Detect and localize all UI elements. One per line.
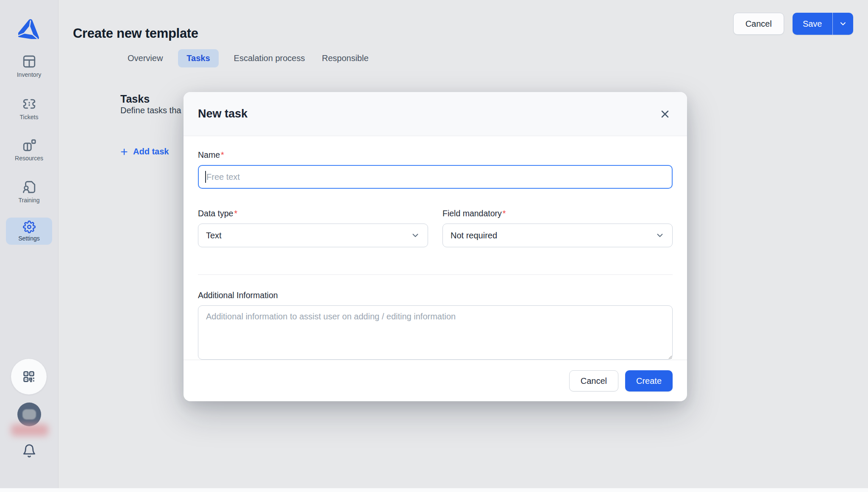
data-type-label: Data type — [198, 209, 233, 218]
template-tabs: Overview Tasks Escalation process Respon… — [126, 49, 370, 67]
sidebar-item-resources[interactable]: Resources — [0, 138, 58, 162]
sidebar-item-label: Resources — [15, 155, 43, 162]
chevron-down-icon — [839, 20, 847, 28]
header-actions: Cancel Save — [733, 13, 853, 35]
chevron-down-icon — [411, 231, 420, 240]
required-asterisk: * — [234, 209, 237, 218]
sidebar-item-inventory[interactable]: Inventory — [0, 54, 58, 78]
page-header: Create new template Cancel Save — [58, 0, 868, 47]
section-title: Tasks — [120, 93, 150, 105]
additional-information-label: Additional Information — [198, 291, 278, 300]
field-mandatory-field: Field mandatory* Not required — [442, 208, 673, 247]
cancel-button[interactable]: Cancel — [733, 13, 784, 35]
save-split-button: Save — [793, 13, 853, 35]
name-input-wrap — [198, 165, 673, 189]
window-bottom-edge — [0, 488, 868, 492]
field-mandatory-label: Field mandatory — [442, 209, 502, 218]
modal-close-button[interactable] — [657, 106, 673, 122]
required-asterisk: * — [221, 150, 224, 159]
sidebar-item-label: Settings — [18, 235, 40, 242]
name-input[interactable] — [198, 165, 673, 189]
modal-body: Name* Data type* Text Field mandatory* N… — [184, 136, 687, 360]
add-task-label: Add task — [133, 147, 169, 157]
grid-layout-icon — [22, 54, 36, 69]
person-document-icon — [22, 180, 36, 194]
sidebar-item-label: Inventory — [17, 71, 42, 78]
add-task-button[interactable]: Add task — [120, 147, 169, 157]
user-avatar[interactable] — [17, 403, 41, 426]
section-divider — [198, 274, 673, 275]
page-title: Create new template — [73, 26, 198, 41]
new-task-modal: New task Name* Data type* Text Field man… — [184, 92, 687, 401]
tab-overview[interactable]: Overview — [126, 49, 164, 67]
triangle-logo-icon — [18, 19, 40, 39]
sidebar-item-training[interactable]: Training — [0, 180, 58, 204]
notifications-button[interactable] — [0, 444, 58, 458]
ticket-icon — [22, 97, 36, 111]
text-caret — [205, 171, 206, 183]
required-asterisk: * — [503, 209, 506, 218]
bell-icon — [22, 444, 36, 458]
modal-footer: Cancel Create — [184, 360, 687, 402]
tab-responsible[interactable]: Responsible — [320, 49, 370, 67]
app-window: { "page": { "title": "Create new templat… — [0, 0, 868, 492]
gear-icon — [23, 221, 36, 233]
sidebar-item-tickets[interactable]: Tickets — [0, 97, 58, 120]
sidebar-item-label: Tickets — [20, 114, 39, 120]
close-icon — [659, 108, 671, 120]
sidebar-item-label: Training — [18, 197, 39, 204]
save-button[interactable]: Save — [793, 13, 832, 35]
data-type-value: Text — [206, 231, 222, 240]
plus-icon — [120, 147, 129, 157]
modal-create-button[interactable]: Create — [625, 370, 673, 391]
data-type-select[interactable]: Text — [198, 224, 428, 247]
redacted-user-name — [11, 424, 48, 436]
tab-escalation-process[interactable]: Escalation process — [232, 49, 307, 67]
additional-information-textarea[interactable] — [198, 305, 673, 360]
data-type-field: Data type* Text — [198, 208, 428, 247]
modal-cancel-button[interactable]: Cancel — [569, 370, 618, 391]
modal-header: New task — [184, 92, 687, 136]
blocks-icon — [22, 138, 36, 152]
save-dropdown-button[interactable] — [833, 13, 853, 35]
avatar-placeholder — [22, 409, 36, 419]
section-description: Define tasks tha — [120, 106, 181, 115]
tab-tasks[interactable]: Tasks — [178, 49, 218, 67]
app-logo[interactable] — [0, 19, 58, 39]
field-row: Data type* Text Field mandatory* Not req… — [198, 208, 673, 247]
modal-title: New task — [198, 107, 248, 120]
qr-code-icon — [22, 369, 36, 384]
sidebar-item-settings[interactable]: Settings — [6, 218, 52, 245]
chevron-down-icon — [655, 231, 665, 240]
field-mandatory-value: Not required — [451, 231, 497, 240]
field-mandatory-select[interactable]: Not required — [442, 224, 673, 247]
sidebar: Inventory Tickets Resources Training Set… — [0, 0, 58, 492]
name-field-label: Name — [198, 150, 220, 159]
qr-code-button[interactable] — [11, 359, 47, 394]
